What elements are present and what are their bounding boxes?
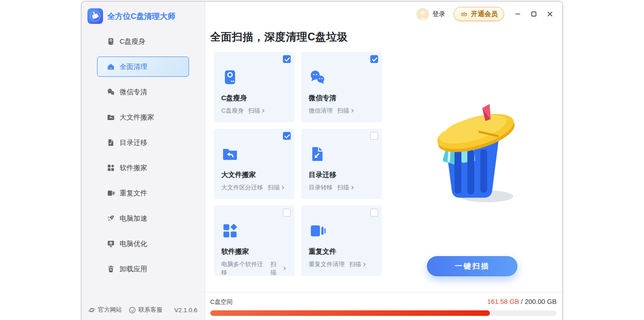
card-checkbox[interactable] [370, 209, 378, 217]
main-panel: 登录 开通会员 全面扫描，深度清理C盘垃圾 C盘瘦身 C盘瘦身 扫描 [205, 1, 563, 320]
uninstall-trash-icon [107, 265, 115, 273]
duplicate-files-icon [107, 189, 115, 197]
scan-link[interactable]: 扫描 [268, 183, 286, 192]
sidebar-item-full-clean[interactable]: 全面清理 [97, 57, 189, 77]
sidebar-item-pc-speedup[interactable]: 电脑加速 [97, 208, 189, 229]
app-logo-broom-icon [87, 8, 103, 24]
close-icon[interactable] [546, 11, 553, 17]
card-checkbox[interactable] [283, 209, 291, 217]
scan-link[interactable]: 扫描 [337, 107, 355, 115]
monitor-gear-icon [107, 240, 115, 248]
feature-cards-grid: C盘瘦身 C盘瘦身 扫描 微信专清 微信清理 扫描 [214, 52, 382, 276]
sidebar-item-c-drive-slim[interactable]: C盘瘦身 [97, 31, 189, 51]
card-subtitle-row: C盘瘦身 扫描 [221, 107, 287, 115]
sidebar-item-wechat-clean[interactable]: 微信专清 [97, 82, 189, 102]
one-click-scan-button[interactable]: 一键扫描 [427, 256, 518, 276]
scan-link[interactable]: 扫描 [349, 260, 367, 269]
sidebar-item-big-file-move[interactable]: 大文件搬家 [97, 107, 189, 127]
app-title: 全方位C盘清理大师 [107, 11, 175, 22]
contact-support-link[interactable]: 联系客服 [128, 306, 162, 314]
login-button[interactable]: 登录 [432, 10, 445, 18]
card-title: 微信专清 [309, 94, 374, 103]
scan-link[interactable]: 扫描 [337, 183, 355, 192]
window-controls [514, 11, 553, 17]
sidebar-item-pc-optimize[interactable]: 电脑优化 [97, 234, 189, 254]
crown-icon [460, 10, 468, 18]
app-logo-row: 全方位C盘清理大师 [81, 1, 205, 24]
sidebar-nav: C盘瘦身 全面清理 微信专清 大文件搬家 目录迁移 软件搬家 [81, 31, 205, 284]
hard-drive-icon [221, 69, 239, 86]
sidebar-item-label: 目录迁移 [120, 138, 147, 147]
card-wechat-clean[interactable]: 微信专清 微信清理 扫描 [301, 52, 382, 122]
sidebar-item-duplicate-files[interactable]: 重复文件 [97, 183, 189, 203]
card-directory-migrate[interactable]: 目录迁移 目录转移 扫描 [301, 129, 382, 199]
wechat-icon [309, 69, 326, 86]
rocket-icon [107, 214, 115, 223]
disk-separator: / [519, 298, 525, 305]
card-duplicate-files[interactable]: 重复文件 重复文件清理 扫描 [301, 206, 382, 276]
sidebar-item-label: 微信专清 [120, 88, 147, 97]
avatar-icon [416, 8, 429, 21]
card-c-drive-slim[interactable]: C盘瘦身 C盘瘦身 扫描 [214, 52, 294, 122]
sidebar-item-directory-migrate[interactable]: 目录迁移 [97, 132, 189, 153]
contact-support-label: 联系客服 [138, 306, 162, 314]
card-checkbox[interactable] [370, 55, 378, 63]
disk-used-value: 161.58 GB [487, 298, 519, 305]
document-move-icon [107, 138, 115, 147]
card-subtitle: 重复文件清理 [309, 260, 345, 269]
card-title: 目录迁移 [309, 171, 374, 179]
card-checkbox[interactable] [283, 132, 291, 140]
minimize-icon[interactable] [514, 11, 521, 17]
card-subtitle: 目录转移 [309, 183, 333, 192]
apps-move-icon [221, 222, 239, 240]
chevron-right-icon [350, 185, 355, 190]
folder-move-icon [221, 145, 239, 163]
sidebar-item-label: C盘瘦身 [120, 37, 145, 46]
card-title: 重复文件 [309, 247, 374, 256]
vip-upgrade-button[interactable]: 开通会员 [454, 7, 504, 21]
disk-space-label: C盘空间 [210, 298, 232, 306]
planet-icon [88, 306, 96, 314]
wechat-icon [107, 88, 115, 96]
card-subtitle-row: 大文件区分迁移 扫描 [221, 183, 287, 192]
scan-link[interactable]: 扫描 [270, 260, 287, 277]
scan-link[interactable]: 扫描 [248, 107, 266, 115]
card-software-move[interactable]: 软件搬家 电脑多个软件迁移 扫描 [214, 206, 294, 276]
card-checkbox[interactable] [283, 55, 291, 63]
card-subtitle-row: 重复文件清理 扫描 [309, 260, 374, 269]
sidebar-footer: 官方网站 联系客服 V2.1.0.6 [81, 306, 205, 320]
sidebar-item-uninstall-apps[interactable]: 卸载应用 [97, 259, 189, 279]
disk-usage-values: 161.58 GB / 200.00 GB [487, 298, 557, 305]
sidebar-item-software-move[interactable]: 软件搬家 [97, 158, 189, 178]
chevron-right-icon [350, 108, 355, 114]
maximize-icon[interactable] [530, 11, 537, 17]
card-subtitle: C盘瘦身 [221, 107, 243, 115]
sidebar-item-label: 卸载应用 [120, 265, 147, 274]
sidebar-item-label: 电脑加速 [120, 214, 147, 223]
card-subtitle: 电脑多个软件迁移 [221, 260, 266, 277]
card-title: 软件搬家 [221, 247, 287, 256]
version-label: V2.1.0.6 [174, 307, 197, 314]
disk-usage-progressbar [210, 310, 557, 316]
card-title: 大文件搬家 [221, 171, 287, 179]
sidebar-item-label: 全面清理 [120, 63, 147, 71]
document-move-icon [309, 145, 326, 163]
official-website-link[interactable]: 官方网站 [88, 306, 122, 314]
sidebar-item-label: 大文件搬家 [120, 113, 154, 122]
smiley-icon [128, 306, 136, 314]
hard-drive-icon [107, 37, 115, 46]
page-title: 全面扫描，深度清理C盘垃圾 [210, 30, 348, 44]
official-website-label: 官方网站 [98, 306, 122, 314]
sidebar-item-label: 软件搬家 [120, 164, 147, 172]
disk-space-footer: C盘空间 161.58 GB / 200.00 GB [205, 292, 563, 320]
chevron-right-icon [282, 266, 287, 271]
home-icon [107, 63, 115, 71]
card-subtitle-row: 目录转移 扫描 [309, 183, 374, 192]
card-big-file-move[interactable]: 大文件搬家 大文件区分迁移 扫描 [214, 129, 294, 199]
card-subtitle-row: 微信清理 扫描 [309, 107, 374, 115]
user-avatar[interactable] [416, 8, 429, 21]
card-subtitle-row: 电脑多个软件迁移 扫描 [221, 260, 287, 277]
chevron-right-icon [260, 108, 266, 114]
card-checkbox[interactable] [370, 132, 378, 140]
disk-total-value: 200.00 GB [525, 298, 557, 305]
